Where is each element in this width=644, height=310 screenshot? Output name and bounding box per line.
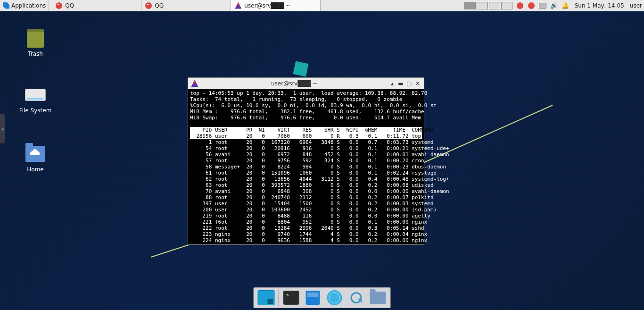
process-row: 56 avahi 20 0 6972 848 452 S 0.0 0.1 0:0… [190,151,449,158]
top-summary-line: top - 14:05:53 up 1 day, 20:33, 1 user, … [190,90,427,96]
dock-separator [279,290,279,306]
user-menu[interactable]: user [630,2,642,9]
process-row: 223 nginx 20 0 9740 1744 4 S 0.0 0.2 0:0… [190,231,449,237]
wallpaper-cube [293,61,308,76]
dock-folder[interactable] [369,288,388,307]
bottom-dock [254,287,391,308]
applications-menu[interactable]: Applications [0,0,49,11]
notifications-icon[interactable] [561,2,569,9]
process-row: 57 root 20 0 9756 592 324 S 0.0 0.1 0:00… [190,158,449,164]
trash-icon [27,29,44,48]
terminal-icon [235,2,241,9]
top-swap-line: MiB Swap: 976.6 total, 976.6 free, 0.0 u… [190,115,421,121]
home-folder-icon [25,146,45,162]
task-label: QQ [65,2,74,9]
file-manager-icon [306,291,320,305]
process-row: 219 root 20 0 8488 116 0 S 0.0 0.0 0:00.… [190,213,449,219]
printer-tray-icon[interactable] [539,2,546,9]
applications-label: Applications [11,2,46,9]
window-menu-button[interactable]: ▴ [389,80,396,87]
top-tasks-line: Tasks: 74 total, 1 running, 73 sleeping,… [190,96,402,102]
folder-icon [370,292,386,304]
task-label: user@srv███ ~ [244,2,290,9]
process-row: 1 root 20 0 167320 6964 3848 S 0.0 0.7 0… [190,139,449,145]
xfce-logo-icon [3,2,9,9]
process-row: 62 root 20 0 13656 4044 3112 S 0.0 0.4 0… [190,176,449,182]
dock-terminal[interactable] [282,288,301,307]
qq-icon [145,2,152,9]
process-row: 197 user 20 0 15404 1500 0 S 0.0 0.2 0:0… [190,201,449,207]
window-titlebar[interactable]: user@srv███ ~ ▴ ▬ ▢ ✕ [188,78,424,89]
qq-tray-icon[interactable] [516,2,524,9]
process-row: 222 root 20 0 13284 2996 2040 S 0.0 0.3 … [190,225,449,231]
top-mem-line: MiB Mem : 976.6 total, 382.1 free, 461.8… [190,109,424,115]
icon-label: Home [14,166,57,173]
desktop-icon-home[interactable]: Home [14,143,57,173]
terminal-icon [283,291,299,305]
close-button[interactable]: ✕ [414,80,421,87]
process-row: 88 root 20 0 240748 2112 0 S 0.0 0.2 0:0… [190,194,449,201]
process-row: 221 f6ot 20 0 8804 952 0 S 0.0 0.1 0:00.… [190,219,449,225]
dock-web-browser[interactable] [325,288,344,307]
dock-file-manager[interactable] [304,288,322,307]
qq-tray-icon-2[interactable] [528,2,535,9]
process-row: 63 root 20 0 393572 1880 0 S 0.0 0.2 0:0… [190,182,449,188]
globe-icon [327,290,342,305]
workspace-1[interactable] [464,2,476,9]
panel-right: Sun 1 May, 14:05 user [464,0,644,11]
process-row: 224 nginx 20 0 9636 1588 4 S 0.0 0.2 0:0… [190,237,449,243]
minimize-button[interactable]: ▬ [397,80,404,87]
workspace-switcher[interactable] [464,2,512,9]
dock-app-finder[interactable] [347,288,366,307]
search-icon [349,290,364,305]
terminal-app-icon [191,80,198,87]
task-label: QQ [155,2,164,9]
maximize-button[interactable]: ▢ [406,80,413,87]
window-title: user@srv███ ~ [271,80,317,87]
top-cpu-line: %Cpu(s): 6.0 us, 10.0 sy, 0.0 ni, 0.0 id… [190,102,437,109]
drive-icon [25,89,46,101]
workspace-3[interactable] [489,2,500,9]
qq-icon [56,2,62,9]
process-row: 70 avahi 20 0 6848 308 0 S 0.0 0.0 0:00.… [190,188,449,194]
panel-autohide-handle[interactable] [0,114,5,143]
workspace-4[interactable] [501,2,512,9]
taskbar-item-qq-2[interactable]: QQ [141,0,231,11]
show-desktop-button[interactable] [257,288,276,307]
volume-icon[interactable] [550,2,558,9]
process-row: 61 root 20 0 151096 1060 0 S 0.0 0.1 0:0… [190,170,449,176]
terminal-window[interactable]: user@srv███ ~ ▴ ▬ ▢ ✕ top - 14:05:53 up … [188,77,424,245]
process-row: 200 user 20 0 103600 2452 0 S 0.0 0.2 0:… [190,207,449,213]
top-panel: Applications QQ QQ user@srv███ ~ Sun 1 M… [0,0,644,11]
icon-label: File System [14,107,57,114]
taskbar-item-terminal[interactable]: user@srv███ ~ [231,0,321,11]
taskbar-item-qq-1[interactable]: QQ [52,0,141,11]
desktop-icon-trash[interactable]: Trash [14,28,57,57]
desktop[interactable]: Trash File System Home user@srv███ ~ ▴ ▬… [0,11,644,310]
top-column-header: PID USER PR NI VIRT RES SHR S %CPU %MEM … [190,127,422,133]
process-row: 58 message+ 20 0 8224 984 0 S 0.0 0.1 0:… [190,164,449,170]
desktop-icon-filesystem[interactable]: File System [14,84,57,114]
workspace-2[interactable] [477,2,488,9]
process-row: 54 root 20 0 20916 916 0 S 0.0 0.1 0:00.… [190,145,449,151]
icon-label: Trash [14,50,57,57]
show-desktop-icon [258,290,275,305]
clock[interactable]: Sun 1 May, 14:05 [573,2,626,9]
terminal-output[interactable]: top - 14:05:53 up 1 day, 20:33, 1 user, … [188,89,424,244]
process-row: 28956 user 20 0 7080 600 0 R 0.3 0.1 0:1… [190,133,422,139]
